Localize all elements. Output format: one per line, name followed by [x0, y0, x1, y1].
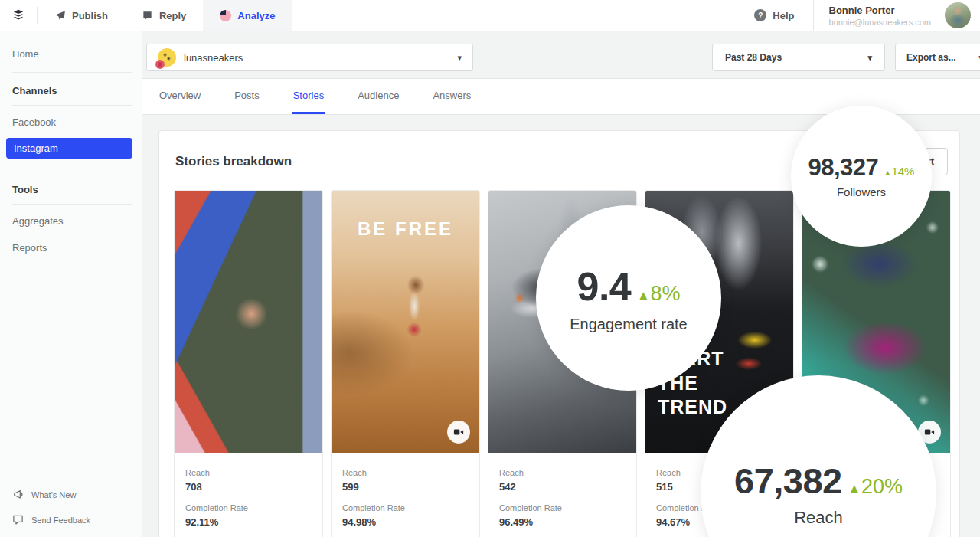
followers-label: Followers	[837, 185, 886, 198]
followers-kpi-bubble: 98,327 ▲14% Followers	[791, 106, 932, 247]
engagement-value: 9.4	[577, 264, 632, 309]
reach-value: 708	[185, 481, 312, 493]
kpi-row: 98,327 ▲14%	[808, 154, 915, 182]
completion-value: 96.49%	[499, 516, 626, 528]
nav-reply-label: Reply	[159, 10, 186, 21]
chat-bubble-icon	[142, 10, 153, 21]
nav-publish[interactable]: Publish	[38, 0, 125, 31]
nav-analyze[interactable]: Analyze	[203, 0, 292, 31]
layers-icon	[12, 9, 24, 21]
story-overlay-text: BE FREE	[332, 218, 479, 240]
date-range-value: Past 28 Days	[725, 52, 782, 63]
account-avatar	[158, 48, 176, 67]
paper-plane-icon	[54, 10, 66, 21]
engagement-delta: ▲8%	[636, 282, 680, 306]
user-menu[interactable]: Bonnie Porter bonnie@lunasneakers.com	[813, 0, 943, 31]
tab-answers[interactable]: Answers	[431, 79, 472, 114]
nav-publish-label: Publish	[72, 10, 108, 21]
sidebar-heading-tools: Tools	[12, 184, 132, 205]
video-camera-icon	[453, 427, 464, 437]
user-avatar[interactable]	[945, 2, 971, 28]
sidebar-item-facebook[interactable]: Facebook	[0, 109, 142, 136]
engagement-label: Engagement rate	[570, 316, 687, 333]
story-stats: Reach 542 Completion Rate 96.49%	[488, 453, 636, 537]
user-name: Bonnie Porter	[829, 5, 931, 16]
reach-kpi-value: 67,382	[734, 460, 842, 502]
send-feedback-label: Send Feedback	[31, 516, 90, 525]
tab-stories[interactable]: Stories	[292, 79, 325, 114]
sidebar-item-instagram[interactable]: Instagram	[6, 138, 132, 159]
followers-delta-value: 14%	[891, 165, 914, 178]
completion-label: Completion Rate	[342, 503, 469, 512]
account-selector[interactable]: lunasneakers ▾	[146, 44, 473, 71]
send-feedback-link[interactable]: Send Feedback	[0, 507, 142, 532]
completion-value: 94.98%	[342, 516, 469, 528]
top-nav: Publish Reply Analyze ? Help Bonnie Port…	[0, 0, 980, 31]
trend-up-icon: ▲	[848, 480, 861, 496]
tab-audience[interactable]: Audience	[356, 79, 400, 114]
followers-delta: ▲14%	[884, 165, 914, 178]
trend-up-icon: ▲	[884, 169, 891, 177]
sidebar: Home Channels Facebook Instagram Tools A…	[0, 31, 142, 537]
sidebar-item-aggregates[interactable]: Aggregates	[0, 208, 142, 234]
completion-value: 92.11%	[185, 516, 312, 528]
kpi-row: 67,382 ▲20%	[734, 460, 903, 502]
sidebar-item-reports[interactable]: Reports	[0, 234, 142, 261]
story-image[interactable]: BE FREE	[332, 191, 479, 453]
trend-up-icon: ▲	[636, 287, 650, 303]
caret-down-icon: ▾	[457, 53, 462, 63]
buffer-logo[interactable]	[0, 0, 37, 31]
reach-value: 542	[499, 481, 626, 493]
instagram-badge-icon	[155, 60, 165, 69]
completion-label: Completion Rate	[499, 503, 626, 512]
sidebar-item-home[interactable]: Home	[0, 31, 142, 72]
feedback-bubble-icon	[12, 514, 24, 526]
caret-down-icon: ▾	[867, 53, 872, 63]
engagement-kpi-bubble: 9.4 ▲8% Engagement rate	[536, 205, 721, 391]
sidebar-footer: What's New Send Feedback	[0, 482, 142, 532]
question-mark-icon: ?	[754, 9, 766, 21]
story-card: BE FREE Reach 599 Completion Rate 94.98%	[331, 190, 480, 537]
story-image[interactable]	[175, 191, 322, 453]
export-as-label: Export as...	[906, 52, 956, 63]
tab-overview[interactable]: Overview	[158, 79, 202, 114]
date-range-selector[interactable]: Past 28 Days ▾	[712, 44, 885, 71]
sidebar-heading-channels: Channels	[12, 85, 132, 106]
account-name: lunasneakers	[184, 52, 243, 64]
story-stats: Reach 708 Completion Rate 92.11%	[175, 453, 322, 537]
reach-label: Reach	[499, 468, 626, 477]
reach-value: 599	[342, 481, 469, 493]
video-camera-icon	[924, 427, 935, 437]
video-badge	[447, 421, 470, 444]
nav-analyze-label: Analyze	[237, 10, 275, 21]
user-email: bonnie@lunasneakers.com	[829, 18, 931, 27]
spacer	[0, 161, 142, 172]
nav-reply[interactable]: Reply	[125, 0, 203, 31]
main-area: lunasneakers ▾ Past 28 Days ▾ Export as.…	[142, 31, 980, 537]
panel-title: Stories breakdown	[175, 154, 292, 169]
completion-label: Completion Rate	[185, 503, 312, 512]
reach-label: Reach	[342, 468, 469, 477]
reach-label: Reach	[185, 468, 312, 477]
whats-new-label: What's New	[31, 490, 76, 499]
story-card: Reach 708 Completion Rate 92.11%	[174, 190, 323, 537]
help-label: Help	[773, 10, 794, 21]
whats-new-link[interactable]: What's New	[0, 482, 142, 507]
export-as-selector[interactable]: Export as... ▾	[895, 44, 980, 71]
divider	[12, 72, 132, 73]
reach-delta: ▲20%	[848, 475, 903, 499]
megaphone-icon	[12, 489, 24, 500]
followers-value: 98,327	[808, 154, 879, 182]
reach-kpi-label: Reach	[794, 508, 843, 528]
pie-chart-icon	[220, 10, 231, 21]
reach-delta-value: 20%	[861, 475, 903, 498]
kpi-row: 9.4 ▲8%	[577, 264, 681, 309]
help-button[interactable]: ? Help	[736, 0, 812, 31]
story-stats: Reach 599 Completion Rate 94.98%	[332, 453, 479, 537]
tab-posts[interactable]: Posts	[233, 79, 261, 114]
top-nav-right: ? Help Bonnie Porter bonnie@lunasneakers…	[736, 0, 980, 31]
engagement-delta-value: 8%	[650, 282, 680, 305]
